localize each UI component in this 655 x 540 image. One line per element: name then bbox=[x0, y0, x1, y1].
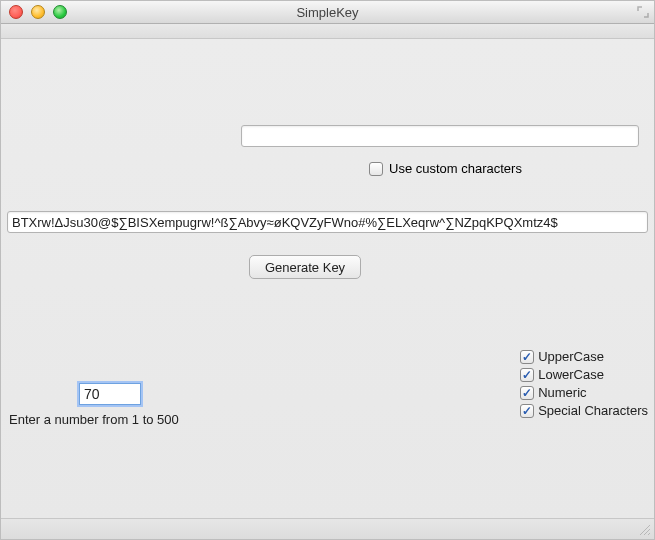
special-label: Special Characters bbox=[538, 403, 648, 418]
traffic-lights bbox=[9, 5, 67, 19]
option-uppercase-row: UpperCase bbox=[520, 349, 648, 364]
lowercase-label: LowerCase bbox=[538, 367, 604, 382]
special-checkbox[interactable] bbox=[520, 404, 534, 418]
resize-grip-icon[interactable] bbox=[637, 522, 651, 536]
minimize-icon[interactable] bbox=[31, 5, 45, 19]
titlebar: SimpleKey bbox=[1, 1, 654, 24]
custom-characters-checkbox[interactable] bbox=[369, 162, 383, 176]
fullscreen-icon[interactable] bbox=[637, 6, 649, 18]
numeric-label: Numeric bbox=[538, 385, 586, 400]
option-special-row: Special Characters bbox=[520, 403, 648, 418]
generated-key-output[interactable] bbox=[7, 211, 648, 233]
lowercase-checkbox[interactable] bbox=[520, 368, 534, 382]
custom-characters-row: Use custom characters bbox=[369, 161, 522, 176]
custom-characters-input[interactable] bbox=[241, 125, 639, 147]
uppercase-checkbox[interactable] bbox=[520, 350, 534, 364]
zoom-icon[interactable] bbox=[53, 5, 67, 19]
generate-key-button[interactable]: Generate Key bbox=[249, 255, 361, 279]
svg-line-2 bbox=[648, 533, 650, 535]
option-lowercase-row: LowerCase bbox=[520, 367, 648, 382]
status-strip bbox=[1, 518, 654, 539]
window-title: SimpleKey bbox=[1, 5, 654, 20]
content-area: Use custom characters Generate Key Upper… bbox=[1, 39, 654, 521]
custom-characters-label: Use custom characters bbox=[389, 161, 522, 176]
numeric-checkbox[interactable] bbox=[520, 386, 534, 400]
option-numeric-row: Numeric bbox=[520, 385, 648, 400]
length-input[interactable] bbox=[79, 383, 141, 405]
toolbar-strip bbox=[1, 24, 654, 39]
options-column: UpperCase LowerCase Numeric Special Char… bbox=[520, 349, 648, 418]
length-hint-label: Enter a number from 1 to 500 bbox=[9, 412, 179, 427]
close-icon[interactable] bbox=[9, 5, 23, 19]
app-window: SimpleKey Use custom characters Generate… bbox=[0, 0, 655, 540]
uppercase-label: UpperCase bbox=[538, 349, 604, 364]
